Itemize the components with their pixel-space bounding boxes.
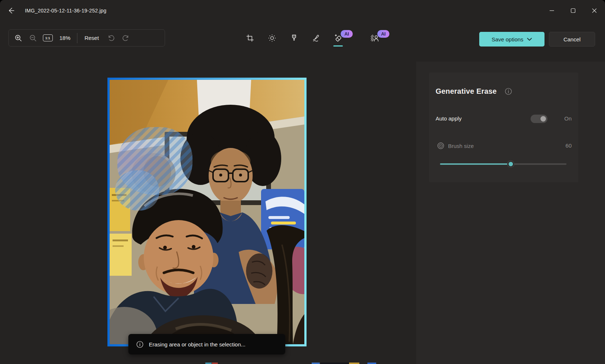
erase-button[interactable]: AI	[327, 29, 349, 47]
cancel-button[interactable]: Cancel	[549, 32, 595, 47]
erase-selected-underline	[333, 45, 343, 47]
zoom-tool-group: 1:1 18% Reset	[8, 29, 165, 47]
auto-apply-label: Auto apply	[436, 115, 462, 122]
undo-icon	[107, 34, 115, 42]
zoom-out-button[interactable]	[26, 31, 40, 45]
brush-size-label: Brush size	[448, 143, 474, 149]
minimize-button[interactable]	[541, 0, 562, 21]
close-button[interactable]	[584, 0, 605, 21]
close-icon	[592, 8, 597, 13]
redo-button[interactable]	[118, 31, 133, 45]
zoom-in-button[interactable]	[11, 31, 26, 45]
minimize-icon	[549, 8, 554, 13]
toast-info-icon	[136, 341, 143, 348]
auto-apply-row: Auto apply On	[436, 114, 572, 124]
markup-button[interactable]	[305, 29, 327, 47]
adjust-button[interactable]	[261, 29, 283, 47]
generative-erase-card: Generative Erase Auto apply On	[429, 73, 578, 182]
window-controls	[541, 0, 605, 21]
zoom-out-icon	[29, 34, 37, 42]
erase-selection-overlay	[117, 127, 192, 195]
toolbar: 1:1 18% Reset	[0, 29, 605, 47]
background-button[interactable]: AI	[364, 29, 386, 47]
filter-button[interactable]	[283, 29, 305, 47]
maximize-button[interactable]	[562, 0, 584, 21]
brush-size-row: Brush size 60	[436, 142, 572, 150]
cancel-label: Cancel	[564, 36, 581, 42]
back-button[interactable]	[4, 3, 18, 18]
filmstrip-sliver	[367, 363, 376, 364]
actual-size-button[interactable]: 1:1	[40, 31, 55, 45]
pen-icon	[312, 34, 320, 42]
auto-apply-toggle[interactable]	[531, 115, 547, 123]
panel-title: Generative Erase	[436, 87, 497, 96]
filmstrip-sliver	[212, 363, 218, 364]
side-panel: Generative Erase Auto apply On	[416, 62, 605, 364]
filmstrip-sliver	[349, 363, 359, 364]
erasing-toast: Erasing area or object in the selection.…	[128, 334, 285, 354]
chevron-down-icon	[527, 38, 532, 41]
redo-icon	[122, 34, 130, 42]
window-title: IMG_2022-05-12-11-36-19-252.jpg	[25, 8, 106, 14]
toggle-knob	[540, 116, 546, 122]
save-options-label: Save options	[492, 36, 524, 42]
brush-size-value: 60	[565, 142, 572, 149]
erase-ai-badge: AI	[341, 30, 353, 38]
crop-button[interactable]	[239, 29, 261, 47]
edit-tool-group: AI AI	[239, 29, 386, 47]
action-buttons: Save options Cancel	[479, 32, 595, 47]
selection-border	[107, 78, 307, 346]
info-icon[interactable]	[505, 88, 512, 95]
one-to-one-icon: 1:1	[43, 34, 53, 41]
photo-canvas[interactable]	[110, 80, 304, 344]
titlebar: IMG_2022-05-12-11-36-19-252.jpg	[0, 0, 605, 21]
toolbar-divider	[77, 33, 77, 43]
zoom-in-icon	[14, 34, 22, 42]
brush-size-target-icon	[437, 142, 444, 149]
brush-size-slider[interactable]	[440, 161, 566, 167]
photos-app-window: IMG_2022-05-12-11-36-19-252.jpg	[0, 0, 605, 364]
maximize-icon	[571, 8, 576, 13]
toast-message: Erasing area or object in the selection.…	[149, 341, 245, 348]
back-arrow-icon	[7, 7, 15, 14]
filmstrip-sliver	[205, 363, 212, 364]
brightness-icon	[268, 34, 276, 42]
auto-apply-state: On	[564, 115, 572, 122]
photo-image	[110, 80, 304, 344]
brush-slider-fill	[440, 163, 511, 165]
crop-icon	[246, 34, 254, 42]
save-options-button[interactable]: Save options	[479, 32, 544, 47]
reset-button[interactable]: Reset	[80, 31, 104, 45]
zoom-level: 18%	[55, 31, 75, 45]
filmstrip-sliver	[312, 363, 320, 364]
filter-brush-icon	[290, 34, 298, 42]
undo-button[interactable]	[104, 31, 118, 45]
background-ai-badge: AI	[377, 30, 389, 38]
filmstrip-sliver	[320, 363, 349, 364]
brush-slider-thumb[interactable]	[507, 161, 514, 167]
